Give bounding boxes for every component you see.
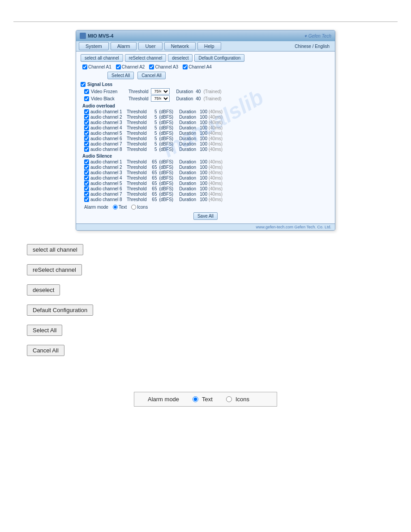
audio-silence-ch4-thresh-val: 65	[149, 176, 157, 180]
audio-silence-ch3-label: audio channel 3	[90, 170, 125, 175]
alarm-mode-enlarged-icons[interactable]: Icons	[226, 396, 249, 403]
channel-a1-check[interactable]: Channel A1	[82, 64, 111, 69]
audio-silence-ch1-checkbox[interactable]	[84, 159, 89, 164]
video-black-duration-val: 40	[196, 96, 201, 101]
audio-silence-ch1-label: audio channel 1	[90, 159, 125, 164]
audio-silence-ch3-thresh-label: Threshold	[127, 170, 146, 175]
video-frozen-label: Video Frozen	[91, 89, 127, 94]
alarm-mode-enlarged-icons-radio[interactable]	[226, 396, 232, 402]
audio-silence-ch6-checkbox[interactable]	[84, 186, 89, 191]
audio-overload-ch4-checkbox[interactable]	[84, 125, 89, 130]
channel-a2-checkbox[interactable]	[116, 64, 121, 69]
enlarged-reselect-channel-button[interactable]: reSelect channel	[27, 264, 82, 275]
audio-silence-ch7-checkbox[interactable]	[84, 192, 89, 197]
signal-loss-section: Signal Loss	[81, 82, 330, 87]
alarm-mode-enlarged-text[interactable]: Text	[193, 396, 213, 403]
audio-silence-ch1-dur-val: 100	[197, 159, 207, 164]
video-frozen-duration-label: Duration	[176, 89, 193, 94]
channel-a1-label: Channel A1	[88, 64, 111, 69]
menu-user[interactable]: User	[138, 42, 162, 50]
audio-silence-ch5-dur-label: Duration	[179, 181, 196, 186]
menu-alarm[interactable]: Alarm	[111, 42, 137, 50]
top-buttons-row: select all channel reSelect channel dese…	[81, 54, 330, 62]
audio-silence-ch4-dur-label: Duration	[179, 176, 196, 180]
channel-a4-checkbox[interactable]	[183, 64, 188, 69]
menu-help[interactable]: Help	[197, 42, 221, 50]
audio-overload-ch8-checkbox[interactable]	[84, 147, 89, 152]
audio-silence-ch7-dur-label: Duration	[179, 192, 196, 197]
select-all-button[interactable]: Select All	[107, 72, 134, 79]
audio-silence-ch5-checkbox[interactable]	[84, 181, 89, 186]
audio-silence-ch7-dur-val: 100	[197, 192, 207, 197]
menu-bar: System Alarm User Network Help Chinese /…	[76, 41, 335, 51]
audio-overload-ch3-checkbox[interactable]	[84, 120, 89, 125]
audio-overload-ch6-checkbox[interactable]	[84, 136, 89, 141]
audio-overload-ch6-thresh-label: Threshold	[127, 136, 146, 141]
audio-silence-ch8-checkbox[interactable]	[84, 197, 89, 202]
audio-silence-row-5: audio channel 5 Threshold 65 (dBFS) Dura…	[81, 181, 330, 186]
channel-a1-checkbox[interactable]	[82, 64, 87, 69]
audio-overload-ch1-checkbox[interactable]	[84, 109, 89, 114]
video-black-duration-label: Duration	[176, 96, 193, 101]
audio-silence-ch3-checkbox[interactable]	[84, 170, 89, 175]
audio-silence-channels: audio channel 1 Threshold 65 (dBFS) Dura…	[81, 159, 330, 202]
cancel-all-button[interactable]: Cancel All	[137, 72, 165, 79]
audio-overload-ch7-checkbox[interactable]	[84, 142, 89, 146]
alarm-mode-text-radio[interactable]	[113, 205, 118, 210]
menu-network[interactable]: Network	[164, 42, 196, 50]
audio-overload-ch2-dur-unit: (40ms)	[209, 115, 223, 120]
audio-silence-ch4-checkbox[interactable]	[84, 176, 89, 180]
alarm-mode-text-option[interactable]: Text	[113, 205, 127, 210]
video-frozen-checkbox[interactable]	[84, 89, 89, 94]
audio-overload-ch7-label: audio channel 7	[90, 142, 125, 146]
audio-overload-row-5: audio channel 5 Threshold 5 (dBFS) Durat…	[81, 131, 330, 136]
enlarged-deselect-button[interactable]: deselect	[27, 284, 60, 296]
audio-silence-ch4-thresh-unit: (dBFS)	[159, 176, 173, 180]
audio-overload-row-8: audio channel 8 Threshold 5 (dBFS) Durat…	[81, 147, 330, 152]
audio-silence-ch2-checkbox[interactable]	[84, 165, 89, 170]
audio-silence-ch4-label: audio channel 4	[90, 176, 125, 180]
audio-silence-ch8-thresh-label: Threshold	[127, 197, 146, 202]
audio-overload-ch5-dur-unit: (40ms)	[209, 131, 223, 136]
channel-a3-check[interactable]: Channel A3	[149, 64, 178, 69]
signal-loss-checkbox[interactable]	[81, 82, 86, 87]
audio-silence-section-label: Audio Silence	[82, 154, 330, 159]
audio-silence-ch4-dur-unit: (40ms)	[209, 176, 223, 180]
channel-a4-check[interactable]: Channel A4	[183, 64, 212, 69]
alarm-mode-enlarged-icons-label: Icons	[235, 396, 249, 403]
audio-overload-ch1-dur-unit: (40ms)	[209, 109, 223, 114]
audio-overload-ch3-dur-unit: (40ms)	[209, 120, 223, 125]
channel-a3-checkbox[interactable]	[149, 64, 154, 69]
deselect-button[interactable]: deselect	[168, 54, 193, 62]
audio-silence-ch7-label: audio channel 7	[90, 192, 125, 197]
enlarged-default-config-button[interactable]: Default Configuration	[27, 305, 93, 316]
audio-silence-ch6-dur-val: 100	[197, 186, 207, 191]
audio-silence-row-6: audio channel 6 Threshold 65 (dBFS) Dura…	[81, 186, 330, 191]
audio-overload-ch6-dur-val: 100	[197, 136, 207, 141]
select-all-channel-button[interactable]: select all channel	[81, 54, 123, 62]
audio-overload-channels: audio channel 1 Threshold 5 (dBFS) Durat…	[81, 109, 330, 152]
language-selector[interactable]: Chinese / English	[291, 43, 333, 50]
alarm-mode-icons-radio[interactable]	[131, 205, 136, 210]
audio-silence-ch3-dur-val: 100	[197, 170, 207, 175]
enlarged-select-all-button[interactable]: Select All	[27, 325, 62, 336]
video-black-threshold-select[interactable]: 75% 50% 25%	[151, 95, 170, 102]
audio-overload-ch5-checkbox[interactable]	[84, 131, 89, 136]
audio-overload-row-2: audio channel 2 Threshold 5 (dBFS) Durat…	[81, 115, 330, 120]
video-black-checkbox[interactable]	[84, 96, 89, 101]
reselect-channel-button[interactable]: reSelect channel	[125, 54, 167, 62]
alarm-mode-icons-option[interactable]: Icons	[131, 205, 148, 210]
menu-system[interactable]: System	[79, 42, 109, 50]
alarm-mode-enlarged-text-radio[interactable]	[193, 396, 198, 402]
audio-overload-ch4-label: audio channel 4	[90, 125, 125, 130]
audio-silence-ch3-dur-unit: (40ms)	[209, 170, 223, 175]
channel-a2-check[interactable]: Channel A2	[116, 64, 145, 69]
save-all-button[interactable]: Save All	[193, 212, 218, 220]
audio-overload-ch2-checkbox[interactable]	[84, 115, 89, 120]
enlarged-cancel-all-button[interactable]: Cancel All	[27, 345, 64, 356]
default-config-button[interactable]: Default Configuration	[194, 54, 244, 62]
audio-silence-ch3-dur-label: Duration	[179, 170, 196, 175]
video-frozen-threshold-select[interactable]: 75% 50% 25%	[151, 88, 170, 94]
audio-silence-ch5-dur-val: 100	[197, 181, 207, 186]
enlarged-select-all-channel-button[interactable]: select all channel	[27, 244, 83, 255]
